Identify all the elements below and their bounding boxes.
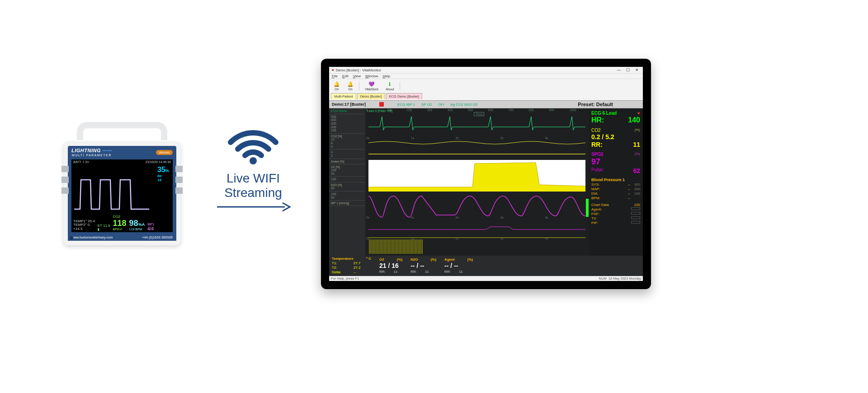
document-tabs[interactable]: Multi-PatientDemo [Buster]ECG Demo [Bust… [329,93,643,100]
device-lcd: BATT: 7.3V 23/10/20 14:46:34 35% 8018 TE… [71,159,173,232]
plots: 01002003004005006007008009001000 Lead II… [365,108,589,256]
spo2-value: 97 [591,157,640,167]
menu-help[interactable]: Help [382,74,390,78]
co2-label: CO2 [591,128,601,133]
device-side-button[interactable] [175,187,183,194]
bp-title: Blood Pressure 1 [591,178,640,182]
rr-value: 11 [633,141,640,148]
handheld-monitor: LIGHTNING ⁓⁓ MULTI PARAMETER Vetronic BA… [63,122,181,245]
arrow-right-icon [215,200,292,214]
ecg-waveform [365,111,589,135]
tdiff: +14.3 [73,227,95,231]
chartdata-label: Chart Data [591,203,609,207]
rr-label: RR: [591,141,603,148]
channel-badge: Of f [438,103,444,107]
pulse-value: 62 [633,167,640,174]
y-scale: 100 [329,177,365,182]
maximize-button[interactable]: ☐ [625,68,631,72]
y-scale: IBP 1 [mmHg] [329,201,365,206]
ibp-value: 4/4 [147,226,154,231]
y-scale: O2 [%]100 50 [329,164,365,177]
hr-value: 140 [628,116,640,124]
record-indicator-icon [379,102,384,107]
toolbar-about[interactable]: ℹAbout [384,80,396,92]
spo2-value: 98 [129,219,138,228]
device-brand: LIGHTNING ⁓⁓ MULTI PARAMETER [71,148,112,157]
et: ET 11.9 [98,224,110,228]
y-scale: CO2 [%]10 8 6 [329,134,365,150]
sec-ticks: 0s1s2s3s4s [365,216,589,219]
toolbar-on[interactable]: 🔔On [332,80,342,92]
ecg-label: ECG 6 Lead [591,111,617,116]
battery-label: BATT: 7.3V [73,160,89,164]
menu-window[interactable]: Window [365,74,378,78]
spo2-sub: 119 BPM [129,228,145,231]
menu-view[interactable]: View [353,74,361,78]
menu-file[interactable]: File [332,74,338,78]
bottom-group: Agent(%)-- / --RR:11 [444,257,473,274]
y-scale: N2O [%]50 [329,182,365,192]
close-button[interactable]: ✕ [634,68,640,72]
device-side-button[interactable] [61,177,69,183]
device-side-button[interactable] [175,177,183,183]
chart-num: 230 [634,203,640,207]
y-scale: 100 50 [329,192,365,201]
bottom-vitals-strip: Temperature° CT1:27.7T2:27.2Delta:--O2(%… [329,256,643,276]
co2-sub: BPR-F [113,228,127,231]
heart-icon: ♥ [637,111,640,116]
menubar[interactable]: FileEditViewWindowHelp [329,73,643,79]
y-axis-labels: ECG Demo500 400 300 200 100CO2 [%]10 8 6… [329,108,365,256]
device-side-button[interactable] [175,166,183,172]
tab[interactable]: ECG Demo [Buster] [386,93,422,99]
minimize-button[interactable]: — [616,68,622,72]
chart-row: PIP: [591,221,640,225]
device-side-button[interactable] [61,166,69,172]
device-body: LIGHTNING ⁓⁓ MULTI PARAMETER Vetronic BA… [63,141,181,245]
co2-values: 0.2 / 5.2 [591,133,640,140]
device-percent: 35% 8018 [157,166,169,182]
session-id: Demo:17 [Buster] [332,102,366,107]
co2-unit: (%) [635,128,640,133]
chart-row: TV: [591,216,640,220]
status-help: For Help, press F1 [331,276,359,281]
device-url: www.burtonsveterinary.com [71,235,113,239]
n2o-waveform [365,224,589,232]
pc-monitor-frame: ♥ Demo [Buster] - VitalMonitor — ☐ ✕ Fil… [321,59,651,289]
menu-edit[interactable]: Edit [342,74,349,78]
y-scale: 4 2 [329,150,365,159]
device-phone: +44 (0)1626 365505 [142,235,173,239]
y-scale: 500 400 300 200 100 [329,114,365,134]
window-title: Demo [Buster] - VitalMonitor [336,68,381,72]
sec-ticks: 0s1s2s3s4s [365,237,589,240]
waveform-area: ECG Demo500 400 300 200 100CO2 [%]10 8 6… [329,108,643,256]
device-datetime: 23/10/20 14:46:34 [146,160,171,164]
wifi-streaming-label: Live WIFI Streaming [203,122,303,215]
y-scale: ECG Demo [329,108,365,114]
ibp-label: IBP1 [147,223,154,226]
toolbar-on[interactable]: 🔔On [345,80,355,92]
toolbar-vitalstore[interactable]: 💜VitalStore [363,80,380,92]
y-scale: Anaes [%] [329,159,365,164]
app-icon: ♥ [332,68,334,72]
status-date: 18 May 2023 [609,276,628,281]
status-day: Monday [629,276,641,281]
wifi-icon [226,122,280,165]
device-led [70,236,73,240]
device-waveform [73,173,150,214]
pulse-bar-icon [586,199,589,217]
hr-label: HR: [591,116,604,124]
channel-badge: Ag CO2 N2O O2 [450,103,477,107]
bottom-group: N2O(%)-- / --RR:11 [410,257,436,274]
bottom-group: O2(%)21 / 16RR:11 [379,257,402,274]
o2-waveform [365,160,589,192]
bp-row: MAP:--200 [591,187,640,191]
tab[interactable]: Demo [Buster] [357,93,385,99]
tab[interactable]: Multi-Patient [331,93,356,99]
status-bar: For Help, press F1 NUM 18 May 2023 Monda… [329,276,643,281]
spo2-label: SPO2 [591,152,604,157]
chart-row: Agent: [591,207,640,211]
anaes-waveform [365,151,589,157]
chart-row: FGF: [591,212,640,216]
device-side-button[interactable] [61,187,69,194]
co2-value: 118 [113,219,127,228]
